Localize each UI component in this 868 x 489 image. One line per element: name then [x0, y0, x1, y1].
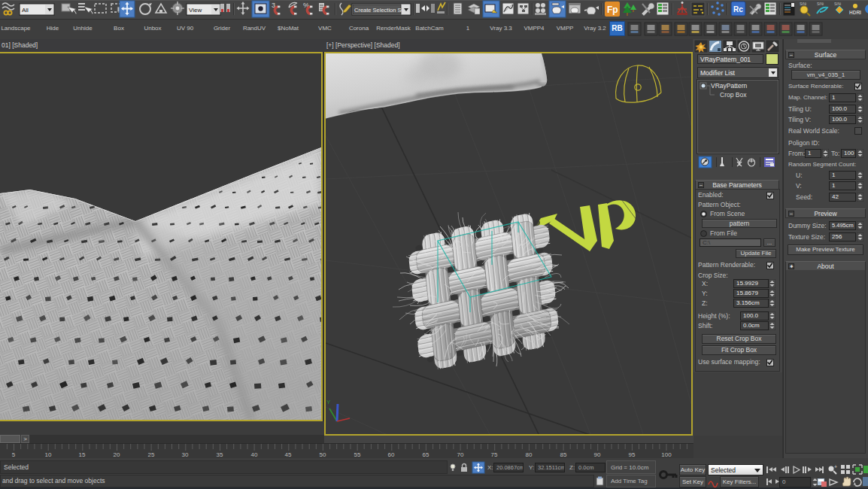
svg-text:+: +	[834, 464, 837, 469]
